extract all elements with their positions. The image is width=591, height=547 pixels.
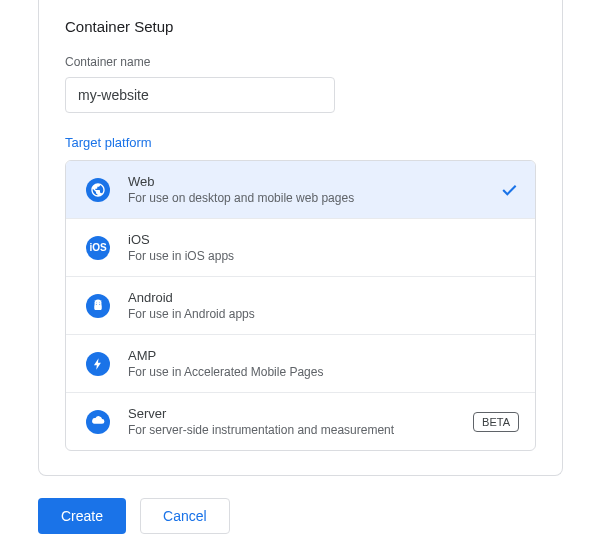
platform-list: Web For use on desktop and mobile web pa… <box>65 160 536 451</box>
cancel-button[interactable]: Cancel <box>140 498 230 534</box>
platform-text: Web For use on desktop and mobile web pa… <box>128 174 499 205</box>
platform-name: AMP <box>128 348 519 363</box>
platform-desc: For use in Accelerated Mobile Pages <box>128 365 519 379</box>
platform-name: Web <box>128 174 499 189</box>
platform-desc: For use in iOS apps <box>128 249 519 263</box>
container-setup-panel: Container Setup Container name Target pl… <box>38 0 563 476</box>
platform-text: iOS For use in iOS apps <box>128 232 519 263</box>
platform-name: Android <box>128 290 519 305</box>
beta-badge: BETA <box>473 412 519 432</box>
container-name-input[interactable] <box>65 77 335 113</box>
platform-text: Android For use in Android apps <box>128 290 519 321</box>
android-icon <box>86 294 110 318</box>
svg-point-2 <box>96 301 97 302</box>
platform-text: AMP For use in Accelerated Mobile Pages <box>128 348 519 379</box>
platform-row-ios[interactable]: iOS iOS For use in iOS apps <box>66 219 535 277</box>
platform-desc: For server-side instrumentation and meas… <box>128 423 463 437</box>
container-name-label: Container name <box>65 55 536 69</box>
platform-row-server[interactable]: Server For server-side instrumentation a… <box>66 393 535 450</box>
platform-row-web[interactable]: Web For use on desktop and mobile web pa… <box>66 161 535 219</box>
svg-point-1 <box>99 303 100 304</box>
platform-row-android[interactable]: Android For use in Android apps <box>66 277 535 335</box>
amp-icon <box>86 352 110 376</box>
ios-icon: iOS <box>86 236 110 260</box>
server-icon <box>86 410 110 434</box>
platform-desc: For use on desktop and mobile web pages <box>128 191 499 205</box>
svg-point-3 <box>99 301 100 302</box>
create-button[interactable]: Create <box>38 498 126 534</box>
platform-desc: For use in Android apps <box>128 307 519 321</box>
platform-row-amp[interactable]: AMP For use in Accelerated Mobile Pages <box>66 335 535 393</box>
svg-point-0 <box>96 303 97 304</box>
platform-name: Server <box>128 406 463 421</box>
platform-text: Server For server-side instrumentation a… <box>128 406 463 437</box>
action-bar: Create Cancel <box>38 498 591 534</box>
check-icon <box>499 180 519 200</box>
platform-name: iOS <box>128 232 519 247</box>
web-icon <box>86 178 110 202</box>
section-title: Container Setup <box>65 18 536 35</box>
target-platform-label: Target platform <box>65 135 536 150</box>
